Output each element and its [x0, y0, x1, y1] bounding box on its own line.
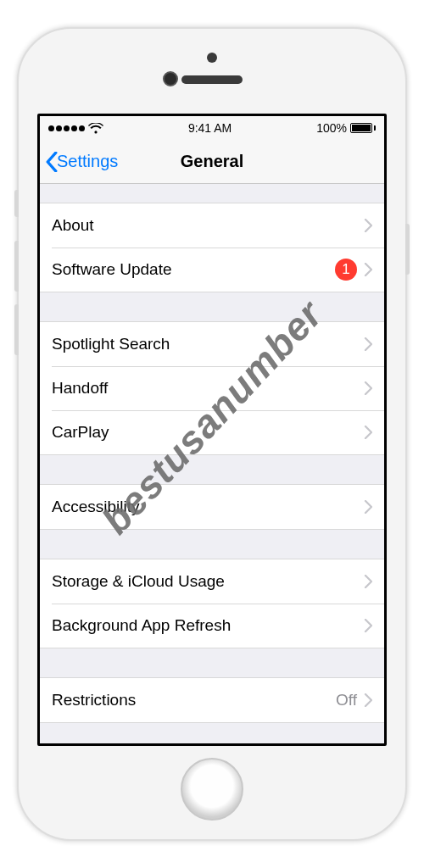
notification-badge: 1 [335, 259, 357, 281]
screen: 9:41 AM 100% Settings General About [37, 114, 387, 746]
power-button [405, 224, 410, 275]
row-label: Accessibility [52, 498, 364, 516]
chevron-right-icon [364, 693, 372, 707]
row-about[interactable]: About [40, 203, 384, 248]
row-label: Background App Refresh [52, 616, 364, 635]
row-spotlight-search[interactable]: Spotlight Search [40, 322, 384, 366]
chevron-right-icon [364, 500, 372, 514]
volume-up-button [14, 241, 19, 292]
row-label: Spotlight Search [52, 335, 364, 353]
device-frame: 9:41 AM 100% Settings General About [17, 27, 407, 841]
proximity-sensor [207, 53, 217, 63]
earpiece-speaker [181, 75, 243, 84]
chevron-right-icon [364, 219, 372, 232]
row-handoff[interactable]: Handoff [40, 366, 384, 410]
row-label: CarPlay [52, 423, 364, 442]
row-label: Restrictions [52, 691, 336, 709]
back-label: Settings [57, 152, 118, 171]
wifi-icon [88, 123, 103, 134]
status-time: 9:41 AM [188, 121, 232, 135]
list-group: About Software Update 1 [40, 203, 384, 292]
row-label: Storage & iCloud Usage [52, 572, 364, 591]
page-title: General [181, 152, 243, 171]
chevron-right-icon [364, 575, 372, 588]
mute-switch [14, 190, 19, 217]
row-label: Software Update [52, 260, 335, 279]
row-background-app-refresh[interactable]: Background App Refresh [40, 604, 384, 648]
chevron-right-icon [364, 337, 372, 351]
list-group: Restrictions Off [40, 677, 384, 723]
chevron-right-icon [364, 263, 372, 276]
row-carplay[interactable]: CarPlay [40, 410, 384, 454]
chevron-right-icon [364, 381, 372, 395]
back-button[interactable]: Settings [45, 140, 118, 183]
status-bar: 9:41 AM 100% [40, 116, 384, 140]
front-camera [163, 71, 178, 86]
chevron-right-icon [364, 426, 372, 439]
list-group: Accessibility [40, 484, 384, 530]
row-restrictions[interactable]: Restrictions Off [40, 678, 384, 722]
home-button[interactable] [181, 758, 243, 821]
chevron-right-icon [364, 619, 372, 632]
row-accessibility[interactable]: Accessibility [40, 485, 384, 529]
row-detail-value: Off [336, 691, 357, 709]
signal-strength-icon [48, 125, 85, 131]
battery-icon [350, 123, 376, 133]
list-group: Spotlight Search Handoff CarPlay [40, 321, 384, 455]
list-group: Storage & iCloud Usage Background App Re… [40, 559, 384, 648]
row-software-update[interactable]: Software Update 1 [40, 248, 384, 292]
battery-percentage: 100% [316, 121, 347, 135]
volume-down-button [14, 304, 19, 355]
row-label: Handoff [52, 379, 364, 398]
navigation-bar: Settings General [40, 140, 384, 184]
settings-list[interactable]: About Software Update 1 Spotlight Search… [40, 184, 384, 743]
row-label: About [52, 216, 364, 235]
row-storage-icloud-usage[interactable]: Storage & iCloud Usage [40, 559, 384, 604]
